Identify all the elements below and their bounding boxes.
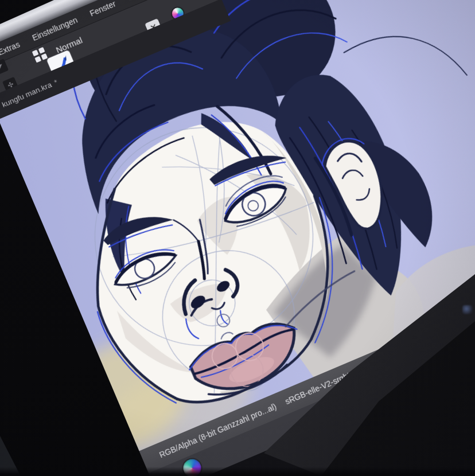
- menu-item-extras[interactable]: Extras: [0, 40, 21, 57]
- tablet-screen: er Extras Einstellungen Fenster Hilfe ◤ …: [0, 0, 475, 476]
- menu-item-hilfe[interactable]: Hilfe: [127, 0, 145, 2]
- photo-of-screen: er Extras Einstellungen Fenster Hilfe ◤ …: [0, 0, 475, 476]
- bezel-reflection: [462, 305, 473, 314]
- taskbar-app-icon[interactable]: [181, 457, 204, 476]
- document-modified-marker: *: [53, 77, 59, 87]
